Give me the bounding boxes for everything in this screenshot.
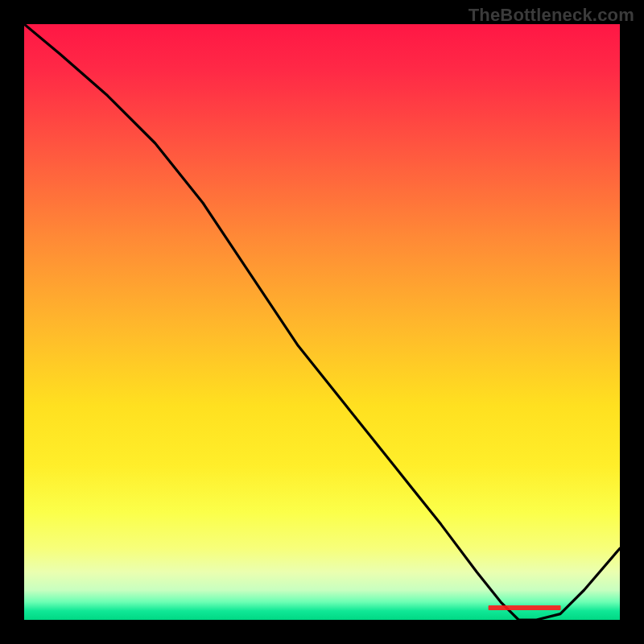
bottleneck-curve [24, 24, 620, 620]
optimal-marker [489, 605, 561, 610]
attribution-label: TheBottleneck.com [469, 5, 634, 26]
chart-frame: TheBottleneck.com [0, 0, 644, 644]
plot-area [24, 24, 620, 620]
